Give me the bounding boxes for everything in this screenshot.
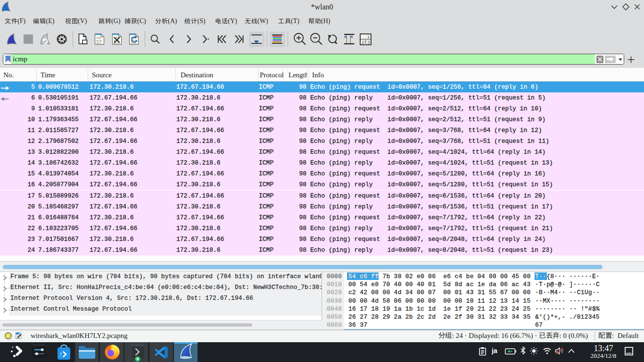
- svg-text:2: 2: [362, 40, 364, 45]
- svg-text:0101: 0101: [97, 37, 102, 39]
- svg-text:0111: 0111: [97, 42, 102, 44]
- svg-text:3: 3: [368, 40, 370, 45]
- svg-text:0110: 0110: [97, 40, 102, 42]
- svg-text:1: 1: [367, 34, 370, 39]
